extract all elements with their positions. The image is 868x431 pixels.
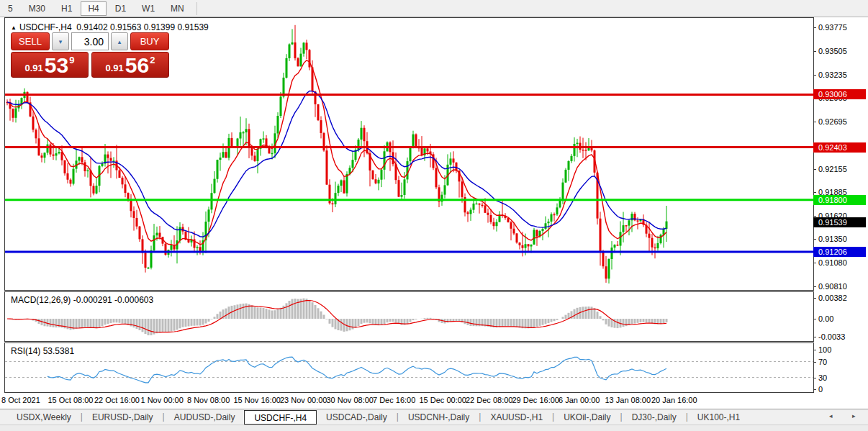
price-tick-label: 0.90810	[818, 281, 866, 291]
bottom-strip	[0, 425, 868, 431]
price-badge: 0.91206	[813, 247, 866, 257]
time-axis-label: 7 Dec 16:00	[373, 396, 415, 404]
macd-tick-dash	[813, 319, 816, 319]
sell-price-display[interactable]: 0.91539	[11, 52, 89, 78]
price-tick-dash	[813, 27, 816, 28]
tab-xauusd-h1[interactable]: XAUUSD-,H1	[481, 409, 552, 425]
tab-eurusd-daily[interactable]: EURUSD-,Daily	[83, 409, 163, 425]
sell-price-point: 9	[69, 55, 74, 65]
sell-price-pips: 53	[45, 55, 68, 76]
price-badge: 0.92403	[813, 142, 866, 153]
price-tick-dash	[813, 51, 816, 52]
time-axis-label: 15 Nov 16:00	[234, 396, 281, 404]
time-axis-label: 23 Nov 00:00	[280, 396, 327, 404]
volume-increase-button[interactable]: ▴	[111, 32, 128, 50]
tab-audusd-daily[interactable]: AUDUSD-,Daily	[165, 409, 245, 425]
chart-ohlc-values: 0.91402 0.91563 0.91399 0.91539	[76, 22, 209, 32]
macd-values: -0.000291 -0.000603	[73, 295, 153, 305]
timeframe-button-w1[interactable]: W1	[135, 1, 162, 16]
volume-input[interactable]	[71, 32, 109, 50]
chart-symbol-period: USDCHF-,H4	[19, 22, 72, 32]
price-tick-dash	[813, 75, 816, 76]
macd-label: MACD(12,26,9) -0.000291 -0.000603	[11, 295, 153, 305]
time-axis-label: 6 Jan 00:00	[559, 396, 600, 404]
price-tick-dash	[813, 216, 816, 217]
price-tick-dash	[813, 239, 816, 240]
tab-usdcad-daily[interactable]: USDCAD-,Daily	[317, 409, 397, 425]
chart-tab-bar: USDX,Weekly|EURUSD-,Daily|AUDUSD-,DailyU…	[0, 409, 868, 425]
time-axis-label: 30 Nov 08:00	[327, 396, 374, 404]
price-badge: 0.91800	[813, 195, 866, 205]
price-tick-dash	[813, 192, 816, 193]
price-tick-label: 0.91080	[818, 258, 866, 268]
time-axis: 8 Oct 202115 Oct 08:0022 Oct 16:001 Nov …	[0, 393, 868, 409]
rsi-value: 53.5381	[43, 346, 74, 356]
macd-tick-dash	[813, 337, 816, 337]
buy-price-prefix: 0.91	[106, 63, 124, 73]
timeframe-button-h1[interactable]: H1	[54, 1, 79, 16]
collapse-icon[interactable]: ▲	[11, 24, 17, 31]
price-tick-dash	[813, 169, 816, 170]
buy-price-pips: 56	[125, 55, 149, 76]
price-tick-label: 0.92695	[818, 117, 866, 127]
buy-price-display[interactable]: 0.91562	[91, 52, 169, 78]
price-tick-label: 0.93235	[818, 70, 866, 80]
buy-button[interactable]: BUY	[130, 32, 169, 50]
timeframe-toolbar: 5M30H1H4D1W1MN	[0, 0, 868, 17]
tab-dj30-daily[interactable]: DJ30-,Daily	[623, 409, 686, 425]
price-tick-label: 0.91350	[818, 234, 866, 244]
time-axis-label: 15 Oct 08:00	[48, 396, 94, 404]
time-axis-label: 29 Dec 16:00	[512, 396, 559, 404]
price-tick-label: 0.93775	[818, 22, 866, 32]
price-badge: 0.93006	[813, 89, 866, 99]
tab-usdcnh-daily[interactable]: USDCNH-,Daily	[399, 409, 479, 425]
macd-tick-label: -0.0033	[818, 332, 866, 342]
time-axis-label: 15 Dec 00:00	[420, 396, 466, 404]
macd-tick-label: 0.00	[818, 314, 866, 324]
rsi-tick-dash	[813, 350, 816, 350]
timeframe-button-h4[interactable]: H4	[81, 1, 106, 16]
tab-uk100-h1[interactable]: UK100-,H1	[688, 409, 749, 425]
tab-usdchf-h4[interactable]: USDCHF-,H4	[244, 410, 317, 425]
rsi-tick-label: 30	[818, 373, 866, 383]
timeframe-button-mn[interactable]: MN	[163, 1, 191, 16]
rsi-tick-label: 100	[818, 345, 866, 355]
rsi-tick-dash	[813, 389, 816, 390]
buy-price-point: 2	[150, 55, 155, 65]
time-axis-label: 1 Nov 00:00	[141, 396, 184, 404]
time-axis-label: 20 Jan 16:00	[651, 396, 697, 404]
tab-scroll-right-icon[interactable]: ▸	[852, 412, 856, 419]
price-tick-dash	[813, 263, 816, 263]
price-badge: 0.91539	[813, 217, 866, 227]
timeframe-button-d1[interactable]: D1	[108, 1, 133, 16]
mt4-window: 5M30H1H4D1W1MN ▲USDCHF-,H4 0.91402 0.915…	[0, 0, 868, 431]
macd-indicator-panel[interactable]: MACD(12,26,9) -0.000291 -0.000603	[4, 291, 814, 342]
main-chart-panel[interactable]: ▲USDCHF-,H4 0.91402 0.91563 0.91399 0.91…	[4, 17, 814, 291]
rsi-tick-label: 0	[818, 384, 866, 394]
time-axis-label: 22 Dec 08:00	[466, 396, 512, 404]
price-tick-label: 0.93505	[818, 46, 866, 56]
tab-scroll-left-icon[interactable]: ◂	[829, 412, 833, 419]
tab-usdx-weekly[interactable]: USDX,Weekly	[7, 409, 81, 425]
chevron-up-icon: ▴	[118, 38, 122, 45]
time-axis-label: 8 Nov 08:00	[187, 396, 230, 404]
rsi-indicator-panel[interactable]: RSI(14) 53.5381	[4, 342, 814, 393]
chevron-down-icon: ▾	[59, 38, 63, 45]
macd-tick-label: 0.00382	[818, 293, 866, 303]
volume-decrease-button[interactable]: ▾	[52, 32, 69, 50]
tab-ukoil-daily[interactable]: UKOil-,Daily	[554, 409, 620, 425]
one-click-trade-widget: SELL ▾ ▴ BUY 0.91539 0.91562	[11, 32, 169, 78]
timeframe-button-m30[interactable]: M30	[22, 1, 53, 16]
price-tick-label: 0.92155	[818, 164, 866, 174]
sell-button[interactable]: SELL	[11, 32, 50, 50]
timeframe-button-5[interactable]: 5	[1, 1, 20, 16]
time-axis-label: 13 Jan 08:00	[605, 396, 651, 404]
rsi-tick-label: 70	[818, 357, 866, 367]
time-axis-label: 22 Oct 16:00	[94, 396, 140, 404]
rsi-tick-dash	[813, 378, 816, 378]
rsi-tick-dash	[813, 362, 816, 363]
price-tick-dash	[813, 286, 816, 287]
sell-price-prefix: 0.91	[25, 63, 43, 73]
price-tick-dash	[813, 122, 816, 122]
time-axis-label: 8 Oct 2021	[1, 396, 40, 404]
